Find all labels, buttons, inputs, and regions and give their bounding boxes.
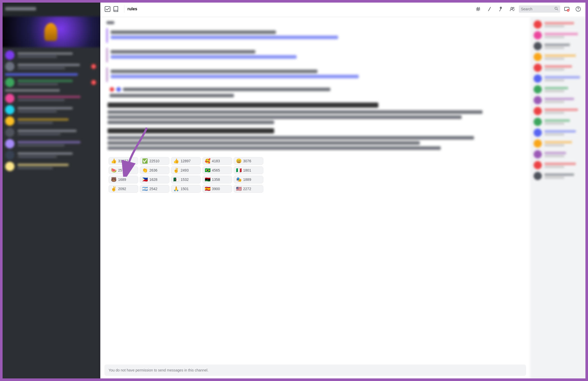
reaction-pill[interactable]: 🍉2575 — [109, 166, 138, 174]
sidebar-item — [1, 104, 100, 115]
reaction-count: 22510 — [149, 159, 159, 163]
reaction-pill[interactable]: 🇧🇷4565 — [202, 166, 232, 174]
reaction-emoji: 👍 — [173, 159, 179, 163]
sidebar-item: 3 — [1, 77, 100, 88]
search-input[interactable] — [521, 7, 553, 11]
member-item — [530, 149, 587, 160]
book-icon — [113, 6, 119, 12]
search-icon — [554, 7, 558, 11]
rule-block — [107, 28, 524, 43]
help-button[interactable] — [574, 4, 583, 14]
reaction-pill[interactable]: ✅22510 — [140, 157, 169, 165]
reaction-pill[interactable]: 👍31277 — [109, 157, 138, 165]
reaction-emoji: 🇧🇷 — [205, 168, 210, 173]
reaction-emoji: 🇦🇷 — [142, 187, 148, 191]
member-item — [530, 95, 587, 106]
sidebar-item: 5 — [1, 61, 100, 72]
reaction-pill[interactable]: ✌2092 — [109, 185, 138, 193]
member-item — [530, 19, 587, 30]
reaction-emoji: ✌ — [111, 187, 117, 191]
reaction-pill[interactable]: 🙏1501 — [171, 185, 201, 193]
reaction-pill[interactable]: 🇺🇸2272 — [234, 185, 263, 193]
reaction-count: 31277 — [118, 159, 128, 163]
svg-point-2 — [511, 7, 513, 9]
reaction-pill[interactable]: ✌2493 — [171, 166, 201, 174]
channel-main: 👍31277✅22510👍12897🥰4183😄3076🍉2575👏2636✌2… — [100, 17, 530, 380]
messages-area[interactable]: 👍31277✅22510👍12897🥰4183😄3076🍉2575👏2636✌2… — [100, 17, 530, 362]
sidebar-header — [1, 1, 100, 16]
channel-name: rules — [127, 7, 137, 11]
reaction-emoji: 👏 — [142, 168, 148, 173]
reaction-emoji: 🇱🇾 — [205, 177, 210, 182]
reaction-emoji: 👍 — [111, 159, 117, 163]
member-item — [530, 116, 587, 127]
reaction-emoji: 🇮🇹 — [236, 168, 242, 173]
content-area: 👍31277✅22510👍12897🥰4183😄3076🍉2575👏2636✌2… — [100, 17, 587, 380]
sidebar-item — [1, 49, 100, 61]
reaction-count: 2493 — [181, 168, 189, 172]
reaction-count: 2542 — [149, 187, 157, 191]
screen-share-button[interactable] — [562, 4, 571, 14]
reaction-count: 1801 — [243, 168, 251, 172]
notification-badge: 3 — [91, 80, 96, 85]
sidebar-item — [1, 149, 100, 161]
reaction-count: 4565 — [212, 168, 220, 172]
reactions-grid: 👍31277✅22510👍12897🥰4183😄3076🍉2575👏2636✌2… — [109, 157, 263, 193]
reaction-emoji: 🎭 — [236, 177, 242, 182]
reaction-count: 4183 — [212, 159, 220, 163]
member-item — [530, 106, 587, 116]
reaction-count: 1358 — [212, 177, 220, 182]
member-item — [530, 127, 587, 138]
reaction-emoji: ✅ — [142, 159, 148, 163]
reaction-pill[interactable]: 🇦🇷2542 — [140, 185, 169, 193]
main-wrapper: rules — [100, 1, 587, 380]
topbar: rules — [100, 1, 587, 17]
input-bar: You do not have permission to send messa… — [100, 362, 530, 380]
reaction-pill[interactable]: 👍12897 — [171, 157, 201, 165]
reaction-pill[interactable]: 🐻1689 — [109, 176, 138, 183]
members-button[interactable] — [508, 4, 517, 14]
rule-block — [107, 48, 524, 62]
reaction-pill[interactable]: 🇮🇹1801 — [234, 166, 263, 174]
topbar-divider — [124, 5, 124, 13]
reactions-section: 👍31277✅22510👍12897🥰4183😄3076🍉2575👏2636✌2… — [104, 154, 526, 197]
sidebar-channels: 5 3 — [1, 47, 100, 174]
reaction-pill[interactable]: 🇱🇾1358 — [202, 176, 232, 183]
reaction-emoji: 🐻 — [111, 177, 117, 182]
reaction-count: 12897 — [181, 159, 191, 163]
slash-button[interactable] — [485, 4, 494, 14]
no-permission-message: You do not have permission to send messa… — [104, 365, 526, 376]
rule-block — [107, 67, 524, 82]
reaction-pill[interactable]: 🇵🇭1628 — [140, 176, 169, 183]
pin-button[interactable] — [496, 4, 505, 14]
sidebar-item — [1, 127, 100, 138]
left-sidebar: 5 3 — [1, 1, 100, 380]
member-item — [530, 62, 587, 73]
member-item — [530, 41, 587, 52]
reaction-emoji: 🇩🇿 — [173, 177, 179, 182]
sidebar-item — [1, 93, 100, 104]
search-box[interactable] — [519, 5, 560, 13]
topbar-actions — [473, 4, 583, 14]
sidebar-item — [1, 138, 100, 149]
reaction-pill[interactable]: 👏2636 — [140, 166, 169, 174]
message-content — [104, 21, 526, 150]
reaction-pill[interactable]: 🇩🇿1532 — [171, 176, 201, 183]
reaction-pill[interactable]: 🇪🇸3900 — [202, 185, 232, 193]
reaction-count: 1501 — [181, 187, 189, 191]
reaction-count: 1689 — [118, 177, 126, 182]
reaction-emoji: 🥰 — [205, 159, 210, 163]
hashtag-button[interactable] — [473, 4, 483, 14]
member-item — [530, 84, 587, 95]
reaction-pill[interactable]: 😄3076 — [234, 157, 263, 165]
reaction-emoji: 🍉 — [111, 168, 117, 173]
reaction-pill[interactable]: 🎭1889 — [234, 176, 263, 183]
reaction-pill[interactable]: 🥰4183 — [202, 157, 232, 165]
member-item — [530, 171, 587, 181]
reaction-count: 2575 — [118, 168, 126, 172]
reaction-count: 1889 — [243, 177, 251, 182]
reaction-count: 1628 — [149, 177, 157, 182]
reaction-count: 2272 — [243, 187, 251, 191]
reaction-emoji: 🙏 — [173, 187, 179, 191]
member-item — [530, 52, 587, 62]
